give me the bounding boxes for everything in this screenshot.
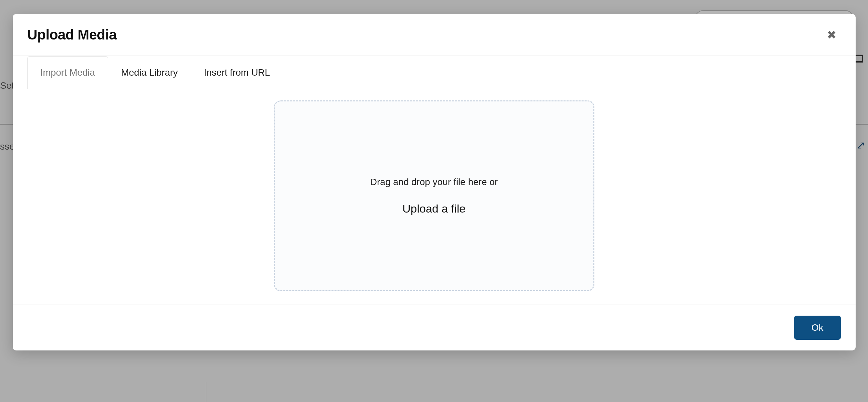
tab-import-media[interactable]: Import Media [27,56,108,89]
file-dropzone[interactable]: Drag and drop your file here or Upload a… [274,100,594,291]
close-button[interactable]: ✖ [824,27,840,42]
modal-overlay: Upload Media ✖ Import Media Media Librar… [0,0,868,402]
modal-body: Import Media Media Library Insert from U… [13,56,856,305]
ok-button[interactable]: Ok [794,316,841,340]
tabs: Import Media Media Library Insert from U… [27,56,841,89]
upload-media-modal: Upload Media ✖ Import Media Media Librar… [13,14,856,350]
upload-file-link[interactable]: Upload a file [402,202,466,215]
modal-title: Upload Media [27,27,117,43]
modal-header: Upload Media ✖ [13,14,856,56]
dropzone-instruction: Drag and drop your file here or [370,177,498,188]
tab-insert-from-url[interactable]: Insert from URL [191,56,283,89]
modal-footer: Ok [13,305,856,350]
tab-media-library[interactable]: Media Library [108,56,191,89]
close-icon: ✖ [827,28,836,41]
